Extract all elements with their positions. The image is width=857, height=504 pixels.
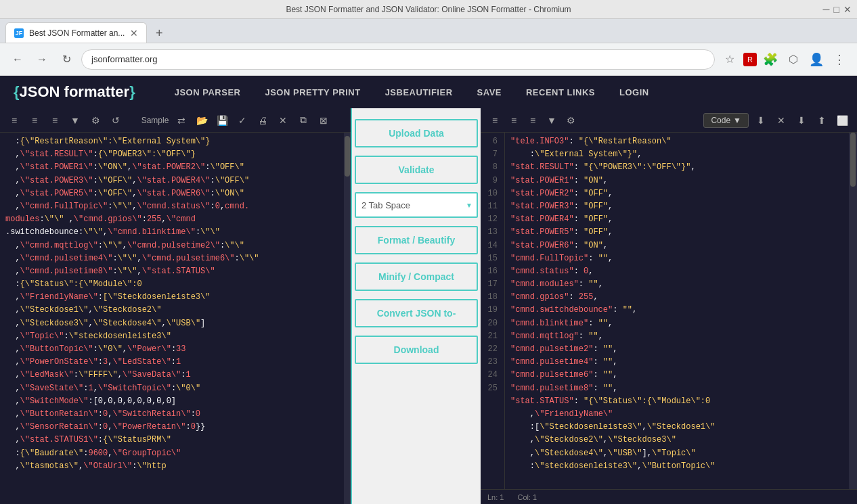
forward-button[interactable]: →: [32, 50, 51, 69]
line-numbers: 6 7 8 9 10 11 12 13 14 15 16 17 18 19 20…: [481, 133, 505, 489]
left-code-editor[interactable]: :{\"RestartReason\":\"External System\"}…: [0, 133, 344, 504]
download-button[interactable]: Download: [355, 336, 478, 364]
extension-icon-2[interactable]: 🧩: [761, 50, 780, 69]
right-indent-icon-2[interactable]: ≡: [506, 113, 521, 128]
code-line-1: :{\"RestartReason\":\"External System\"}: [5, 135, 338, 148]
bookmark-icon[interactable]: ☆: [720, 50, 739, 69]
browser-tab[interactable]: JF Best JSON Formatter an... ✕: [5, 22, 147, 43]
minify-compact-button[interactable]: Minify / Compact: [355, 262, 478, 291]
tab-space-select[interactable]: 2 Tab Space 4 Tab Space Tab Space: [355, 192, 478, 218]
code-line-12: :{\"Status\":{\"Module\":0: [5, 278, 338, 291]
format-beautify-button[interactable]: Format / Beautify: [355, 226, 478, 254]
line-num-18: 18: [481, 291, 502, 304]
nav-recent-links[interactable]: RECENT LINKS: [514, 76, 607, 108]
settings-icon[interactable]: ⚙: [88, 113, 103, 128]
line-num-12: 12: [481, 213, 502, 226]
right-line-27: ,\"FriendlyName\": [510, 408, 843, 421]
right-scrollbar-thumb[interactable]: [850, 133, 856, 187]
nav-jsbeautifier[interactable]: JSBEAUTIFIER: [373, 76, 465, 108]
code-line-15: ,\"Steckdose3\",\"Steckdose4\",\"USB\"]: [5, 317, 338, 330]
reload-button[interactable]: ↻: [57, 50, 76, 69]
print-icon[interactable]: 🖨: [255, 113, 270, 128]
left-panel: ≡ ≡ ≡ ▼ ⚙ ↺ Sample ⇄ 📂 💾 ✓ 🖨 ✕ ⧉ ⊠ :{\"R…: [0, 108, 352, 504]
fullscreen-icon[interactable]: ⬜: [834, 112, 850, 129]
right-line-24: "cmnd.pulsetime6": "",: [510, 369, 843, 382]
extension-icon-3[interactable]: ⬡: [784, 50, 803, 69]
right-filter-icon[interactable]: ▼: [544, 113, 559, 128]
right-settings-icon[interactable]: ⚙: [563, 113, 578, 128]
line-num-22: 22: [481, 343, 502, 356]
extension-icon-1[interactable]: R: [743, 53, 757, 66]
line-num-16: 16: [481, 265, 502, 278]
line-num-11: 11: [481, 200, 502, 213]
right-line-29: ,\"Steckdose2\",\"Steckdose3\": [510, 434, 843, 446]
right-indent-icon-1[interactable]: ≡: [487, 113, 502, 128]
right-indent-icon-3[interactable]: ≡: [525, 113, 540, 128]
convert-json-button[interactable]: Convert JSON to-: [355, 299, 478, 327]
profile-icon[interactable]: 👤: [807, 50, 826, 69]
close-left-icon[interactable]: ✕: [276, 113, 290, 128]
url-input[interactable]: [81, 49, 715, 70]
new-tab-button[interactable]: +: [150, 24, 169, 43]
collapse-icon[interactable]: ⬇: [753, 112, 769, 129]
right-code-editor[interactable]: "tele.INFO3": "{\"RestartReason\" :\"Ext…: [505, 133, 849, 489]
filter-icon[interactable]: ▼: [68, 113, 83, 128]
window-controls[interactable]: ─ □ ✕: [823, 4, 852, 15]
right-line-20: "cmnd.blinktime": "",: [510, 317, 843, 330]
right-line-23: "cmnd.pulsetime4": "",: [510, 356, 843, 369]
copy-icon[interactable]: ⧉: [296, 113, 311, 128]
code-line-18: ,\"PowerOnState\":3,\"LedState\":1: [5, 356, 338, 369]
nav-json-pretty-print[interactable]: JSON PRETTY PRINT: [252, 76, 372, 108]
validate-button[interactable]: Validate: [355, 156, 478, 184]
tab-close-button[interactable]: ✕: [130, 28, 138, 39]
indent-icon-2[interactable]: ≡: [27, 113, 42, 128]
right-panel: ≡ ≡ ≡ ▼ ⚙ Code ▼ ⬇ ✕ ⬇ ⬆ ⬜ 6 7 8 9: [481, 108, 857, 504]
code-line-10: ,\"cmnd.pulsetime4\":\"\",\"cmnd.pulseti…: [5, 252, 338, 265]
right-line-16: "cmnd.status": 0,: [510, 265, 843, 278]
right-line-21: "cmnd.mqttlog": "",: [510, 330, 843, 343]
indent-icon-1[interactable]: ≡: [7, 113, 22, 128]
upload-data-button[interactable]: Upload Data: [355, 119, 478, 147]
line-num-13: 13: [481, 226, 502, 239]
code-line-22: ,\"ButtonRetain\":0,\"SwitchRetain\":0: [5, 408, 338, 421]
right-line-28: :[\"Steckdosenleiste3\",\"Steckdose1\": [510, 421, 843, 434]
code-line-6: ,\"cmnd.FullTopic\":\"\",\"cmnd.status\"…: [5, 200, 338, 213]
check-icon[interactable]: ✓: [235, 113, 250, 128]
nav-login[interactable]: LOGIN: [607, 76, 661, 108]
tab-space-wrapper: 2 Tab Space 4 Tab Space Tab Space: [355, 192, 478, 218]
download-right-icon[interactable]: ⬇: [793, 112, 810, 129]
indent-icon-3[interactable]: ≡: [47, 113, 62, 128]
right-line-9: "stat.POWER1": "ON",: [510, 175, 843, 187]
open-icon[interactable]: 📂: [194, 113, 209, 128]
code-line-19: ,\"LedMask\":\"FFFF\",\"SaveData\":1: [5, 369, 338, 382]
minimize-icon[interactable]: ─: [823, 4, 830, 15]
right-line-30: ,\"Steckdose4\",\"USB\"],\"Topic\": [510, 447, 843, 460]
left-code-container: :{\"RestartReason\":\"External System\"}…: [0, 133, 351, 504]
save-icon[interactable]: 💾: [215, 113, 229, 128]
swap-icon[interactable]: ⇄: [174, 113, 189, 128]
left-scrollbar[interactable]: [344, 133, 351, 504]
right-line-11: "stat.POWER3": "OFF",: [510, 200, 843, 213]
line-num-14: 14: [481, 239, 502, 252]
clear-right-icon[interactable]: ✕: [773, 112, 789, 129]
nav-json-parser[interactable]: JSON PARSER: [162, 76, 253, 108]
share-icon[interactable]: ⬆: [814, 112, 830, 129]
close-icon[interactable]: ✕: [843, 4, 852, 15]
maximize-icon[interactable]: □: [834, 4, 839, 15]
right-scrollbar[interactable]: [849, 133, 857, 489]
right-line-13: "stat.POWER5": "OFF",: [510, 226, 843, 239]
code-mode-button[interactable]: Code ▼: [703, 113, 749, 128]
status-col: Col: 1: [517, 493, 537, 501]
code-mode-arrow: ▼: [733, 116, 741, 125]
left-scrollbar-thumb[interactable]: [345, 136, 350, 177]
right-line-15: "cmnd.FullTopic": "",: [510, 252, 843, 265]
line-num-7: 7: [481, 148, 502, 161]
site-logo[interactable]: {JSON formatter}: [14, 83, 135, 101]
expand-icon[interactable]: ⊠: [316, 113, 331, 128]
menu-icon[interactable]: ⋮: [830, 50, 849, 69]
refresh-icon[interactable]: ↺: [108, 113, 123, 128]
right-toolbar: ≡ ≡ ≡ ▼ ⚙ Code ▼ ⬇ ✕ ⬇ ⬆ ⬜: [481, 108, 857, 133]
title-bar: Best JSON Formatter and JSON Validator: …: [0, 0, 857, 19]
nav-save[interactable]: SAVE: [465, 76, 514, 108]
back-button[interactable]: ←: [8, 50, 27, 69]
